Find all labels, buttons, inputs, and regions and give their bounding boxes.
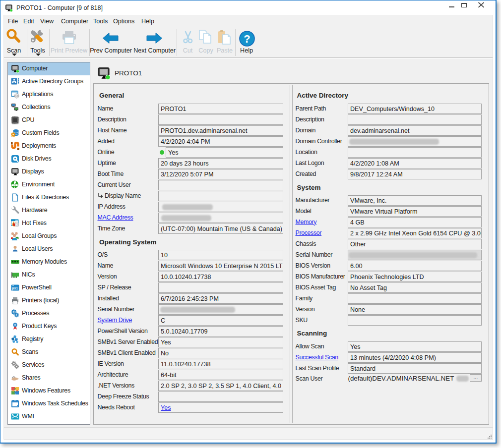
svg-text:ps1: ps1 bbox=[12, 286, 18, 290]
svg-text:?: ? bbox=[244, 33, 250, 45]
